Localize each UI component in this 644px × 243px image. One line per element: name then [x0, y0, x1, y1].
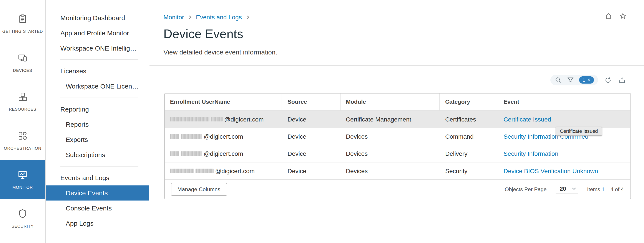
breadcrumb-monitor[interactable]: Monitor — [164, 13, 184, 20]
submenu-item-device-events[interactable]: Device Events — [46, 185, 149, 201]
active-filter-badge[interactable]: 1 ✕ — [579, 76, 594, 84]
submenu-header-reporting: Reporting — [46, 102, 149, 117]
submenu-divider — [60, 59, 138, 60]
nav-devices[interactable]: DEVICES — [0, 43, 45, 82]
clipboard-icon — [17, 13, 28, 26]
shield-icon — [17, 208, 28, 221]
event-tooltip: Certificate Issued — [556, 127, 602, 136]
submenu-header-events-and-logs: Events and Logs — [46, 170, 149, 185]
redacted-username — [170, 134, 179, 139]
submenu-item-reports[interactable]: Reports — [46, 117, 149, 132]
main-content: Monitor Events and Logs — [150, 0, 644, 243]
redacted-username — [170, 151, 179, 156]
submenu-item-monitoring-dashboard[interactable]: Monitoring Dashboard — [46, 10, 149, 25]
grid-body: @digicert.com Device Certificate Managem… — [165, 110, 630, 179]
table-row: @digicert.com Device Devices Delivery Se… — [165, 145, 630, 162]
home-icon[interactable] — [605, 12, 612, 22]
cell-enrollment-username: @digicert.com — [165, 111, 282, 128]
chevron-right-icon — [246, 14, 250, 19]
page-title: Device Events — [164, 27, 644, 41]
table-row: @digicert.com Device Devices Security De… — [165, 162, 630, 179]
filter-count: 1 — [582, 77, 585, 83]
submenu-item-subscriptions[interactable]: Subscriptions — [46, 147, 149, 163]
device-events-grid: Enrollment UserName Source Module Catego… — [164, 93, 631, 199]
submenu-item-app-logs[interactable]: App Logs — [46, 216, 149, 231]
objects-per-page-label: Objects Per Page — [505, 186, 547, 192]
cell-category: Certificates — [440, 111, 498, 128]
nav-label: RESOURCES — [9, 107, 36, 112]
cell-module: Devices — [340, 128, 440, 145]
submenu-item-app-profile-monitor[interactable]: App and Profile Monitor — [46, 25, 149, 40]
submenu-item-console-events[interactable]: Console Events — [46, 201, 149, 216]
redacted-username — [170, 117, 210, 121]
redacted-username — [170, 169, 194, 173]
column-header-source[interactable]: Source — [282, 93, 340, 110]
remove-filter-icon[interactable]: ✕ — [587, 77, 590, 83]
page-subtitle: View detailed device event information. — [164, 49, 644, 56]
items-count-label: Items 1 – 4 of 4 — [587, 186, 624, 192]
redacted-username — [211, 117, 223, 121]
orchestration-icon — [17, 130, 28, 143]
nav-label: SECURITY — [12, 224, 34, 229]
cell-module: Devices — [340, 145, 440, 162]
cell-category: Security — [440, 163, 498, 179]
content-divider — [150, 65, 644, 66]
cell-source: Device — [282, 145, 340, 162]
redacted-username — [181, 134, 202, 139]
nav-label: GETTING STARTED — [2, 29, 43, 34]
nav-security[interactable]: SECURITY — [0, 199, 45, 238]
redacted-username — [196, 169, 214, 173]
submenu-item-ws1-licenses[interactable]: Workspace ONE Licen… — [46, 79, 149, 94]
objects-per-page-select[interactable]: 20 — [556, 185, 578, 194]
event-link[interactable]: Security Information — [504, 150, 558, 157]
monitor-icon — [17, 169, 28, 182]
grid-footer: Manage Columns Objects Per Page 20 Items… — [165, 179, 630, 199]
manage-columns-button[interactable]: Manage Columns — [171, 183, 227, 196]
favorite-star-icon[interactable] — [619, 12, 627, 22]
breadcrumb-events-and-logs[interactable]: Events and Logs — [196, 13, 242, 20]
nav-label: DEVICES — [13, 68, 32, 73]
chevron-right-icon — [188, 14, 192, 19]
submenu-divider — [60, 166, 138, 167]
event-link[interactable]: Certificate Issued — [504, 116, 551, 123]
cell-source: Device — [282, 163, 340, 179]
submenu-divider — [60, 98, 138, 98]
nav-orchestration[interactable]: ORCHESTRATION — [0, 121, 45, 160]
search-icon[interactable] — [555, 76, 562, 84]
cell-enrollment-username: @digicert.com — [165, 163, 282, 179]
submenu-header-licenses: Licenses — [46, 64, 149, 79]
submenu-item-ws1-intelligence[interactable]: Workspace ONE Intellig… — [46, 40, 149, 56]
grid-header-row: Enrollment UserName Source Module Catego… — [165, 93, 630, 110]
chevron-down-icon — [572, 187, 576, 190]
refresh-icon[interactable] — [604, 76, 612, 84]
column-header-enrollment-username[interactable]: Enrollment UserName — [165, 93, 282, 110]
cell-module: Devices — [340, 163, 440, 179]
cell-enrollment-username: @digicert.com — [165, 128, 282, 145]
filter-icon[interactable] — [567, 76, 574, 84]
primary-nav-rail: GETTING STARTED DEVICES RESOURCES — [0, 0, 46, 243]
nav-getting-started[interactable]: GETTING STARTED — [0, 4, 45, 43]
filter-chip: 1 ✕ — [550, 75, 598, 85]
cell-category: Delivery — [440, 145, 498, 162]
objects-per-page-value: 20 — [560, 185, 566, 192]
redacted-username — [181, 151, 202, 156]
nav-monitor[interactable]: MONITOR — [0, 160, 45, 199]
nav-label: MONITOR — [12, 185, 33, 190]
cell-source: Device — [282, 111, 340, 128]
cell-module: Certificate Management — [340, 111, 440, 128]
column-header-event[interactable]: Event — [498, 93, 630, 110]
app-window: GETTING STARTED DEVICES RESOURCES — [0, 0, 644, 243]
table-row: @digicert.com Device Certificate Managem… — [165, 110, 630, 127]
cell-source: Device — [282, 128, 340, 145]
nav-resources[interactable]: RESOURCES — [0, 82, 45, 121]
submenu-item-exports[interactable]: Exports — [46, 132, 149, 147]
event-link[interactable]: Device BIOS Verification Unknown — [504, 167, 598, 174]
column-header-module[interactable]: Module — [340, 93, 440, 110]
devices-icon — [17, 52, 28, 65]
cell-category: Command — [440, 128, 498, 145]
breadcrumb: Monitor Events and Logs — [164, 13, 250, 20]
column-header-category[interactable]: Category — [440, 93, 498, 110]
page-actions — [605, 12, 627, 22]
export-icon[interactable] — [618, 76, 626, 84]
cell-enrollment-username: @digicert.com — [165, 145, 282, 162]
